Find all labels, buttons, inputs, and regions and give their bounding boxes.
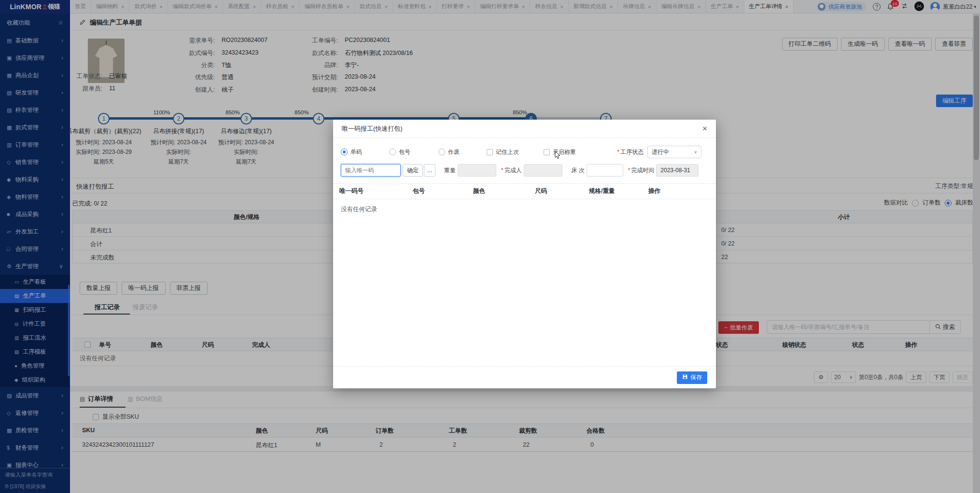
finisher-label: 完成人 xyxy=(504,167,522,174)
save-icon xyxy=(682,374,688,381)
modal-input-row: 确定 ... 重量 *完成人 床 次 *完成时间 xyxy=(333,163,716,177)
chevron-down-icon: ∨ xyxy=(694,150,697,154)
radio-icon xyxy=(438,149,445,155)
bed-label: 床 次 xyxy=(567,166,585,175)
confirm-button[interactable]: 确定 xyxy=(403,164,423,177)
more-button[interactable]: ... xyxy=(424,164,435,177)
process-status-label: 工序状态 xyxy=(620,149,644,155)
radio-icon xyxy=(389,149,396,155)
app-window: LinKMOR Ξ 领猫 首页 编辑物料× 款式询价× 编辑款式询价单× 系统配… xyxy=(0,0,980,493)
close-icon[interactable]: × xyxy=(702,124,707,133)
finisher-input xyxy=(524,164,562,177)
unique-code-input[interactable] xyxy=(341,164,401,177)
checkbox-icon xyxy=(487,149,493,155)
finish-time-input xyxy=(656,164,699,177)
bed-input[interactable] xyxy=(587,164,623,177)
save-button[interactable]: 保存 xyxy=(677,371,707,384)
checkbox-icon xyxy=(544,149,550,155)
single-code-radio[interactable]: 单码 xyxy=(341,148,389,156)
radio-icon xyxy=(341,149,348,155)
remember-last-checkbox[interactable]: 记住上次 xyxy=(487,148,544,156)
weight-input xyxy=(458,164,496,177)
mouse-cursor xyxy=(553,151,562,161)
modal-title: 唯一码报工(快速打包) xyxy=(342,124,403,133)
void-radio[interactable]: 作废 xyxy=(438,148,487,156)
weight-label: 重量 xyxy=(441,166,456,175)
unique-code-report-modal: 唯一码报工(快速打包) × 单码 包号 作废 记住上次 开启称重 xyxy=(333,120,716,388)
modal-footer: 保存 xyxy=(333,366,716,388)
finish-time-label: 完成时间 xyxy=(631,167,654,174)
modal-header: 唯一码报工(快速打包) × xyxy=(333,120,716,138)
modal-options-row: 单码 包号 作废 记住上次 开启称重 *工序状态 进行中 ∨ xyxy=(333,138,716,163)
modal-table-empty: 没有任何记录 xyxy=(333,199,716,220)
package-no-radio[interactable]: 包号 xyxy=(389,148,438,156)
modal-table-header: 唯一码号 包号 颜色 尺码 规格/重量 操作 xyxy=(333,183,716,199)
process-status-select[interactable]: 进行中 ∨ xyxy=(647,146,701,158)
